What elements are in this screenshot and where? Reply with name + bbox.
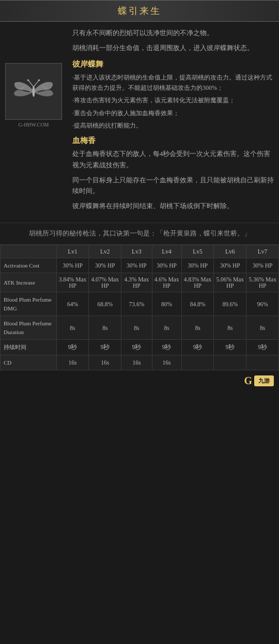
jiuyou-g-icon: G	[244, 375, 252, 387]
svg-point-0	[32, 86, 35, 97]
cell-r1-c5: 5.06% Max HP	[214, 273, 246, 292]
cell-r0-c3: 30% HP	[152, 258, 181, 273]
cell-r2-c1: 68.8%	[89, 292, 121, 316]
cell-r4-c0: 9秒	[56, 340, 89, 355]
page-container: 蝶引来生	[0, 0, 279, 391]
col-header-lv4: Lv4	[152, 245, 181, 258]
cell-r0-c4: 30% HP	[181, 258, 214, 273]
cell-r0-c0: 30% HP	[56, 258, 89, 273]
jiuyou-badge: 九游	[254, 375, 274, 386]
main-content: G-HHW.COM 只有永不间断的烈焰可以洗净世间的不净之物。 胡桃消耗一部分生…	[0, 22, 279, 223]
cell-r1-c0: 3.84% Max HP	[56, 273, 89, 292]
cell-r4-c1: 9秒	[89, 340, 121, 355]
bullet-3: ·重击会为命中的敌人施加血梅香效果；	[72, 108, 274, 118]
title-bar: 蝶引来生	[0, 0, 279, 22]
cell-r5-c5	[214, 355, 246, 370]
row-label-3: Blood Plum Perfume Duration	[1, 316, 57, 340]
stats-table-container: Lv1 Lv2 Lv3 Lv4 Lv5 Lv6 Lv7 Activation C…	[0, 244, 279, 371]
blood-plum-desc3: 彼岸蝶舞将在持续时间结束、胡桃下场或倒下时解除。	[72, 201, 274, 212]
cell-r1-c1: 4.07% Max HP	[89, 273, 121, 292]
row-label-1: ATK Increase	[1, 273, 57, 292]
blood-plum-desc2: 同一个目标身上只能存在一个血梅香效果，且只能被胡桃自己刷新持续时间。	[72, 175, 274, 197]
col-header-lv6: Lv6	[214, 245, 246, 258]
cell-r3-c3: 8s	[152, 316, 181, 340]
cell-r2-c0: 64%	[56, 292, 89, 316]
cell-r4-c3: 9秒	[152, 340, 181, 355]
svg-point-2	[27, 79, 29, 81]
cell-r4-c2: 9秒	[121, 340, 152, 355]
cell-r1-c3: 4.6% Max HP	[152, 273, 181, 292]
stats-table: Lv1 Lv2 Lv3 Lv4 Lv5 Lv6 Lv7 Activation C…	[0, 245, 279, 371]
blood-plum-desc1: 处于血梅香状态下的敌人，每4秒会受到一次火元素伤害。这个伤害视为元素战技伤害。	[72, 149, 274, 171]
col-header-label	[1, 245, 57, 258]
col-header-lv7: Lv7	[246, 245, 279, 258]
bullet-1: ·基于进入该状态时胡桃的生命值上限，提高胡桃的攻击力。通过这种方式获得的攻击力提…	[72, 72, 274, 93]
butterfly-icon	[10, 73, 57, 109]
intro-text: 只有永不间断的烈焰可以洗净世间的不净之物。	[72, 28, 274, 39]
cell-r3-c2: 8s	[121, 316, 152, 340]
cell-r4-c6: 9秒	[246, 340, 279, 355]
cell-r5-c2: 16s	[121, 355, 152, 370]
cell-r3-c1: 8s	[89, 316, 121, 340]
cell-r4-c5: 9秒	[214, 340, 246, 355]
left-column: G-HHW.COM	[0, 22, 67, 223]
cell-r2-c5: 89.6%	[214, 292, 246, 316]
cell-r1-c2: 4.3% Max HP	[121, 273, 152, 292]
col-header-lv1: Lv1	[56, 245, 89, 258]
cell-r1-c6: 5.36% Max HP	[246, 273, 279, 292]
cell-r1-c4: 4.83% Max HP	[181, 273, 214, 292]
skill-image-box	[5, 63, 62, 120]
row-label-0: Activation Cost	[1, 258, 57, 273]
cell-r5-c4	[181, 355, 214, 370]
cell-r2-c3: 80%	[152, 292, 181, 316]
col-header-lv2: Lv2	[89, 245, 121, 258]
row-label-5: CD	[1, 355, 57, 370]
cell-r5-c0: 16s	[56, 355, 89, 370]
watermark-text: G-HHW.COM	[19, 122, 49, 128]
bullet-4: ·提高胡桃的抗打断能力。	[72, 120, 274, 131]
table-row: ATK Increase3.84% Max HP4.07% Max HP4.3%…	[1, 273, 279, 292]
svg-point-4	[38, 79, 40, 81]
section2-title: 血梅香	[72, 136, 274, 146]
table-header-row: Lv1 Lv2 Lv3 Lv4 Lv5 Lv6 Lv7	[1, 245, 279, 258]
quote-text: 胡桃所习得的秘传枪法，其口诀第一句是：「枪开黄泉路，蝶引来世桥。」	[29, 230, 251, 237]
svg-line-1	[28, 80, 34, 87]
quote-section: 胡桃所习得的秘传枪法，其口诀第一句是：「枪开黄泉路，蝶引来世桥。」	[0, 223, 279, 244]
cell-r0-c1: 30% HP	[89, 258, 121, 273]
table-row: 持续时间9秒9秒9秒9秒9秒9秒9秒	[1, 340, 279, 355]
cell-r0-c5: 30% HP	[214, 258, 246, 273]
cell-r3-c6: 8s	[246, 316, 279, 340]
col-header-lv3: Lv3	[121, 245, 152, 258]
skill-desc-text: 胡桃消耗一部分生命值，击退周围敌人，进入彼岸蝶舞状态。	[72, 43, 274, 54]
cell-r5-c1: 16s	[89, 355, 121, 370]
cell-r5-c3: 16s	[152, 355, 181, 370]
table-row: Blood Plum Perfume DMG64%68.8%73.6%80%84…	[1, 292, 279, 316]
cell-r0-c6: 30% HP	[246, 258, 279, 273]
bottom-watermark: G 九游	[0, 370, 279, 391]
cell-r2-c4: 84.8%	[181, 292, 214, 316]
cell-r3-c5: 8s	[214, 316, 246, 340]
cell-r2-c2: 73.6%	[121, 292, 152, 316]
cell-r2-c6: 96%	[246, 292, 279, 316]
table-row: Activation Cost30% HP30% HP30% HP30% HP3…	[1, 258, 279, 273]
cell-r0-c2: 30% HP	[121, 258, 152, 273]
bullet-2: ·将攻击伤害转为火元素伤害，该元素转化无法被附魔覆盖；	[72, 95, 274, 105]
table-row: Blood Plum Perfume Duration8s8s8s8s8s8s8…	[1, 316, 279, 340]
table-row: CD16s16s16s16s	[1, 355, 279, 370]
cell-r5-c6	[246, 355, 279, 370]
svg-line-3	[34, 80, 39, 87]
row-label-2: Blood Plum Perfume DMG	[1, 292, 57, 316]
row-label-4: 持续时间	[1, 340, 57, 355]
page-title: 蝶引来生	[118, 6, 161, 16]
section1-title: 彼岸蝶舞	[72, 59, 274, 69]
cell-r4-c4: 9秒	[181, 340, 214, 355]
col-header-lv5: Lv5	[181, 245, 214, 258]
right-column: 只有永不间断的烈焰可以洗净世间的不净之物。 胡桃消耗一部分生命值，击退周围敌人，…	[67, 22, 279, 223]
cell-r3-c0: 8s	[56, 316, 89, 340]
cell-r3-c4: 8s	[181, 316, 214, 340]
